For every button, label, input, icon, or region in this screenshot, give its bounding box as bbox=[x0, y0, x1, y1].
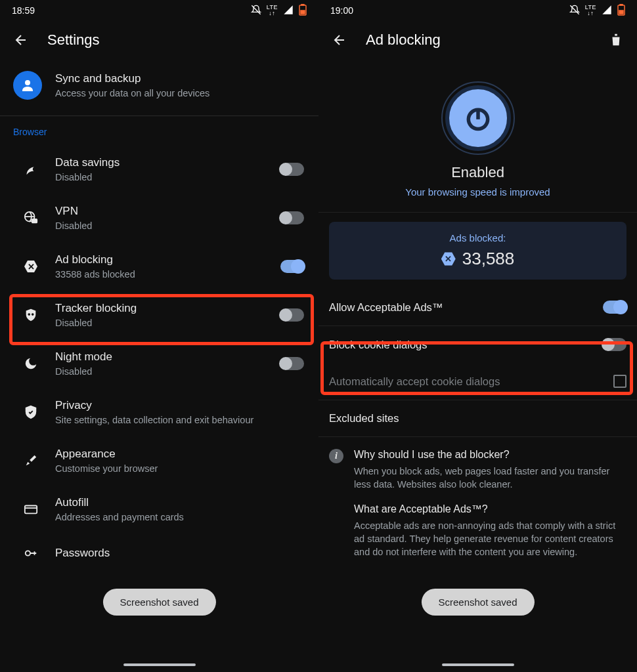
hex-icon: ✕ bbox=[441, 252, 456, 266]
row-auto-accept-cookies: Automatically accept cookie dialogs bbox=[318, 363, 637, 400]
toggle-block-cookies[interactable] bbox=[603, 338, 626, 351]
divider bbox=[0, 116, 318, 116]
back-button[interactable] bbox=[12, 31, 30, 49]
toast: Screenshot saved bbox=[102, 589, 215, 616]
svg-rect-1 bbox=[301, 4, 304, 5]
info-icon: i bbox=[329, 449, 343, 463]
info-q1: Why should I use the ad blocker? bbox=[354, 449, 626, 461]
header: Ad blocking bbox=[318, 21, 637, 59]
page-title: Settings bbox=[47, 32, 100, 49]
svg-point-13 bbox=[468, 110, 487, 129]
moon-icon bbox=[22, 355, 39, 372]
row-block-cookies[interactable]: Block cookie dialogs bbox=[318, 326, 637, 363]
toggle-acceptable-ads[interactable] bbox=[603, 301, 626, 314]
row-tracker-blocking[interactable]: Tracker blockingDisabled bbox=[0, 291, 318, 339]
status-text: Enabled bbox=[332, 164, 624, 181]
svg-rect-11 bbox=[620, 4, 623, 5]
lte-icon: LTE↓↑ bbox=[267, 5, 278, 16]
sync-title: Sync and backup bbox=[55, 72, 209, 85]
adblocking-screen: 19:00 LTE↓↑ Ad blocking Enabled Your bro… bbox=[318, 0, 637, 672]
svg-rect-12 bbox=[619, 10, 623, 14]
row-vpn[interactable]: VPNDisabled bbox=[0, 194, 318, 242]
sync-subtitle: Access your data on all your devices bbox=[55, 88, 209, 98]
stats-card: Ads blocked: ✕ 33,588 bbox=[329, 222, 626, 280]
card-icon bbox=[22, 501, 39, 518]
toggle-ad-blocking[interactable] bbox=[280, 260, 304, 273]
info-a2: Acceptable ads are non-annoying ads that… bbox=[354, 519, 626, 559]
key-icon bbox=[22, 545, 39, 562]
settings-screen: 18:59 LTE↓↑ Settings Sync and backup Acc… bbox=[0, 0, 318, 672]
svg-rect-5 bbox=[32, 219, 37, 223]
info-a1: When you block ads, web pages load faste… bbox=[354, 465, 626, 492]
section-browser: Browser bbox=[0, 124, 318, 145]
row-privacy[interactable]: PrivacySite settings, data collection an… bbox=[0, 388, 318, 436]
signal-icon bbox=[602, 5, 612, 17]
row-passwords[interactable]: Passwords bbox=[0, 534, 318, 573]
shield-check-icon bbox=[22, 404, 39, 421]
status-bar: 18:59 LTE↓↑ bbox=[0, 0, 318, 21]
svg-rect-2 bbox=[301, 10, 305, 14]
row-data-savings[interactable]: Data savingsDisabled bbox=[0, 145, 318, 194]
battery-icon bbox=[617, 4, 625, 18]
shield-x-icon: ✕ bbox=[22, 258, 39, 275]
sync-row[interactable]: Sync and backup Access your data on all … bbox=[0, 59, 318, 116]
signal-icon bbox=[283, 5, 294, 17]
battery-icon bbox=[299, 4, 307, 18]
status-subtitle: Your browsing speed is improved bbox=[332, 186, 624, 198]
page-title: Ad blocking bbox=[366, 32, 441, 49]
back-button[interactable] bbox=[330, 31, 349, 49]
brush-icon bbox=[22, 452, 39, 469]
checkbox-auto-accept bbox=[613, 375, 626, 388]
notif-off-icon bbox=[569, 5, 580, 17]
info-q2: What are Acceptable Ads™? bbox=[354, 503, 626, 515]
row-night-mode[interactable]: Night modeDisabled bbox=[0, 339, 318, 388]
clock: 19:00 bbox=[330, 5, 353, 16]
row-appearance[interactable]: AppearanceCustomise your browser bbox=[0, 436, 318, 485]
globe-lock-icon bbox=[22, 209, 39, 226]
toggle-data-savings[interactable] bbox=[280, 163, 304, 176]
stats-count: 33,588 bbox=[462, 249, 515, 269]
svg-point-3 bbox=[25, 80, 30, 85]
header: Settings bbox=[0, 21, 318, 59]
info-row: i Why should I use the ad blocker? When … bbox=[318, 437, 637, 503]
row-acceptable-ads[interactable]: Allow Acceptable Ads™ bbox=[318, 289, 637, 326]
toggle-tracker[interactable] bbox=[280, 308, 304, 322]
delete-button[interactable] bbox=[607, 31, 625, 49]
clock: 18:59 bbox=[12, 5, 35, 16]
power-section: Enabled Your browsing speed is improved bbox=[318, 59, 637, 212]
svg-point-7 bbox=[32, 313, 34, 316]
nav-bar[interactable] bbox=[318, 658, 637, 672]
svg-rect-8 bbox=[25, 506, 37, 514]
lte-icon: LTE↓↑ bbox=[585, 5, 596, 16]
shield-tracker-icon bbox=[22, 306, 39, 324]
power-button[interactable] bbox=[445, 85, 511, 151]
toggle-night-mode[interactable] bbox=[280, 357, 304, 370]
notif-off-icon bbox=[251, 5, 261, 17]
status-bar: 19:00 LTE↓↑ bbox=[318, 0, 637, 21]
svg-point-9 bbox=[26, 551, 30, 555]
svg-point-6 bbox=[28, 313, 30, 316]
leaf-icon bbox=[22, 161, 39, 178]
toast: Screenshot saved bbox=[421, 589, 534, 616]
avatar-icon bbox=[13, 71, 42, 100]
row-excluded-sites[interactable]: Excluded sites bbox=[318, 400, 637, 436]
nav-bar[interactable] bbox=[0, 658, 318, 672]
toggle-vpn[interactable] bbox=[280, 211, 304, 224]
row-ad-blocking[interactable]: ✕ Ad blocking33588 ads blocked bbox=[0, 242, 318, 291]
row-autofill[interactable]: AutofillAddresses and payment cards bbox=[0, 485, 318, 534]
stats-label: Ads blocked: bbox=[340, 232, 616, 243]
